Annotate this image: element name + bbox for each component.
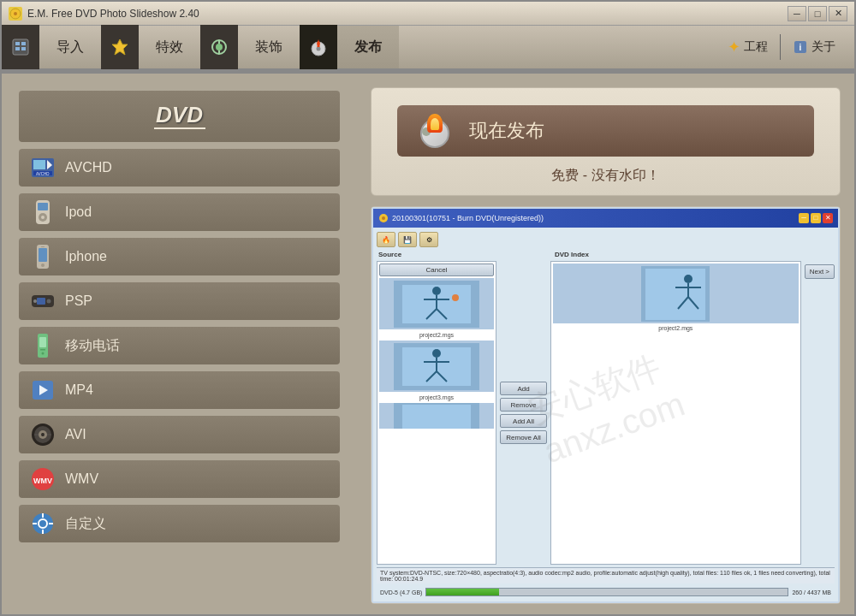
inner-app-icon (378, 213, 389, 223)
main-toolbar: 导入 特效 装饰 发布 (2, 26, 854, 70)
iphone-icon (29, 243, 56, 270)
custom-label: 自定义 (65, 515, 106, 533)
svg-point-58 (432, 287, 441, 295)
mobile-icon (29, 332, 56, 359)
project-button[interactable]: ✦ 工程 (719, 34, 776, 60)
inner-next-wrap: Next > (805, 261, 835, 565)
inner-remove-all-btn[interactable]: Remove All (500, 430, 547, 444)
inner-progress-value: 260 / 4437 MB (792, 589, 831, 595)
psp-button[interactable]: PSP (19, 282, 340, 320)
titlebar: E.M. Free DVD Photo Slideshow 2.40 ─ □ ✕ (2, 2, 854, 26)
burn-icon-wrap (414, 110, 455, 151)
avchd-label: AVCHD (65, 160, 112, 175)
svg-point-33 (47, 299, 51, 304)
inner-action-buttons: Add Remove Add All Remove All (500, 261, 547, 565)
about-label: 关于 (811, 39, 835, 55)
svg-rect-72 (402, 405, 471, 429)
inner-add-btn[interactable]: Add (500, 382, 547, 395)
svg-point-75 (684, 275, 693, 283)
effects-icon-box (101, 25, 139, 69)
avchd-button[interactable]: AVCHD AVCHD (19, 149, 340, 187)
mp4-label: MP4 (65, 382, 93, 398)
tab-effects[interactable]: 特效 (101, 26, 200, 68)
publish-label: 发布 (337, 38, 399, 56)
app-icon (9, 7, 22, 21)
left-panel: DVD AVCHD AVCHD (2, 74, 357, 616)
tab-publish[interactable]: 发布 (300, 26, 399, 68)
svg-rect-32 (37, 298, 45, 305)
titlebar-left: E.M. Free DVD Photo Slideshow 2.40 (9, 7, 199, 21)
inner-screenshot: 20100301(10751 - Burn DVD(Unregistered))… (372, 207, 840, 603)
svg-rect-19 (33, 160, 45, 169)
inner-column-headers: Source DVD Index (377, 251, 835, 258)
inner-thumb-svg-1 (394, 281, 479, 328)
inner-dvd-size-label: DVD-5 (4.7 GB) (380, 589, 422, 595)
custom-button[interactable]: 自定义 (19, 505, 340, 542)
avi-icon (29, 421, 56, 448)
decorate-label: 装饰 (238, 38, 300, 56)
inner-dvd-index-label: DVD Index (555, 251, 835, 258)
minimize-button[interactable]: ─ (788, 6, 806, 21)
svg-text:AVCHD: AVCHD (36, 172, 50, 176)
dvd-button[interactable]: DVD (19, 91, 340, 142)
toolbar-right: ✦ 工程 i 关于 (719, 26, 854, 68)
inner-dvd-thumb (553, 264, 799, 323)
wmv-button[interactable]: WMV WMV (19, 460, 340, 498)
inner-next-btn[interactable]: Next > (805, 264, 835, 279)
svg-rect-28 (39, 248, 47, 262)
wmv-icon: WMV (29, 465, 56, 493)
inner-main-area: Cancel (377, 261, 835, 565)
wmv-label: WMV (65, 471, 98, 487)
inner-title-text: 20100301(10751 - Burn DVD(Unregistered)) (392, 214, 544, 222)
inner-tool-2: 💾 (398, 232, 417, 247)
inner-titlebar: 20100301(10751 - Burn DVD(Unregistered))… (373, 209, 838, 228)
inner-dvd-thumb-label: project2.mgs (553, 325, 799, 331)
psp-icon (29, 287, 56, 315)
svg-point-1 (14, 12, 17, 15)
iphone-button[interactable]: Iphone (19, 238, 340, 275)
svg-rect-15 (318, 42, 320, 47)
flame-inner (431, 118, 439, 130)
svg-rect-24 (38, 203, 48, 210)
restore-button[interactable]: □ (808, 6, 827, 21)
svg-point-34 (33, 299, 37, 303)
svg-rect-36 (39, 337, 46, 347)
svg-text:WMV: WMV (33, 477, 52, 485)
custom-icon (29, 510, 56, 537)
about-icon: i (793, 39, 808, 55)
inner-cancel-btn[interactable]: Cancel (379, 264, 494, 276)
effects-label: 特效 (139, 38, 200, 56)
svg-point-66 (432, 349, 441, 358)
inner-thumb-svg-2 (394, 343, 479, 390)
publish-now-label: 现在发布 (469, 118, 544, 144)
tab-decorate[interactable]: 装饰 (200, 26, 300, 68)
psp-label: PSP (65, 293, 92, 309)
main-content: DVD AVCHD AVCHD (2, 74, 854, 616)
right-panel: 现在发布 免费 - 没有水印！ 安心软件anxz.com 20100301(10… (357, 74, 854, 616)
mp4-icon (29, 376, 56, 404)
svg-text:i: i (800, 43, 802, 52)
svg-point-55 (382, 216, 385, 220)
inner-thumb-label-2: project3.mgs (379, 394, 494, 401)
inner-thumb-2 (379, 341, 494, 392)
inner-tool-3: ⚙ (419, 232, 438, 247)
mobile-button[interactable]: 移动电话 (19, 327, 340, 364)
inner-source-list: Cancel (377, 261, 496, 565)
svg-point-63 (452, 294, 459, 301)
screenshot-preview: 安心软件anxz.com 20100301(10751 - Burn DVD(U… (371, 206, 841, 604)
svg-point-29 (41, 264, 45, 267)
close-button[interactable]: ✕ (829, 6, 847, 21)
inner-content: 🔥 💾 ⚙ Source DVD Index Ca (373, 228, 838, 601)
dvd-logo: DVD (154, 104, 205, 129)
ipod-label: Ipod (65, 204, 92, 220)
svg-marker-7 (112, 39, 128, 55)
mp4-button[interactable]: MP4 (19, 371, 340, 409)
publish-now-button[interactable]: 现在发布 (397, 105, 814, 157)
project-label: 工程 (744, 39, 768, 55)
inner-add-all-btn[interactable]: Add All (500, 414, 547, 428)
ipod-button[interactable]: Ipod (19, 193, 340, 231)
tab-import[interactable]: 导入 (2, 26, 101, 68)
avi-button[interactable]: AVI (19, 416, 340, 453)
about-button[interactable]: i 关于 (784, 36, 844, 58)
inner-remove-btn[interactable]: Remove (500, 398, 547, 412)
